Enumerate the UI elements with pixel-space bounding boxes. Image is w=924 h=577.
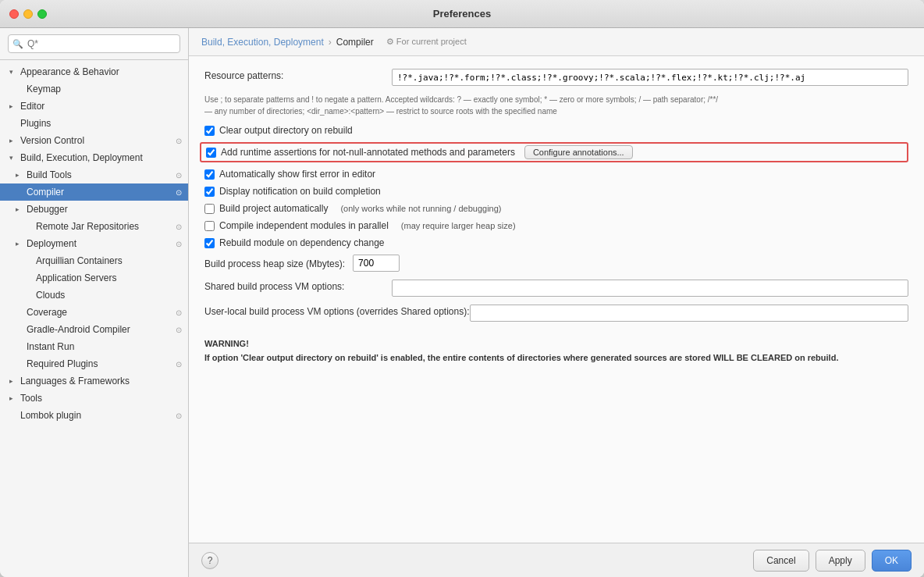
clear-output-checkbox[interactable]	[204, 126, 215, 136]
warning-body: If option 'Clear output directory on reb…	[204, 353, 838, 362]
help-button[interactable]: ?	[201, 552, 219, 569]
sidebar-item-editor[interactable]: Editor	[0, 98, 188, 115]
sidebar-item-required-plugins[interactable]: Required Plugins ⊙	[0, 355, 188, 372]
heap-size-row: Build process heap size (Mbytes):	[204, 255, 908, 272]
display-notification-label: Display notification on build completion	[219, 186, 381, 197]
rebuild-dependency-checkbox[interactable]	[204, 238, 215, 248]
sidebar-item-label: Application Servers	[36, 272, 182, 283]
rebuild-dependency-row: Rebuild module on dependency change	[204, 237, 908, 248]
settings-panel: Resource patterns: Use ; to separate pat…	[189, 56, 924, 543]
content-area: Build, Execution, Deployment › Compiler …	[189, 28, 924, 577]
clear-output-row: Clear output directory on rebuild	[204, 125, 908, 136]
sidebar-item-label: Debugger	[27, 204, 182, 215]
arrow-icon	[9, 154, 20, 162]
sidebar-item-build-tools[interactable]: Build Tools ⊙	[0, 166, 188, 183]
sidebar-item-languages[interactable]: Languages & Frameworks	[0, 372, 188, 390]
traffic-lights	[9, 9, 47, 19]
cancel-button[interactable]: Cancel	[753, 550, 808, 572]
sidebar-item-build-exec[interactable]: Build, Execution, Deployment	[0, 149, 188, 166]
sidebar-item-label: Lombok plugin	[20, 410, 172, 421]
user-local-vm-input[interactable]	[470, 305, 909, 322]
apply-button[interactable]: Apply	[816, 550, 865, 572]
shared-vm-row: Shared build process VM options:	[204, 280, 908, 297]
window-title: Preferences	[433, 8, 491, 20]
arrow-icon	[9, 102, 20, 110]
sidebar-item-label: Compiler	[27, 187, 172, 198]
preferences-window: Preferences 🔍 Appearance & Behavior	[0, 0, 924, 577]
runtime-assertions-checkbox[interactable]	[206, 148, 216, 158]
maximize-button[interactable]	[37, 9, 47, 19]
display-notification-row: Display notification on build completion	[204, 186, 908, 197]
sidebar-tree: Appearance & Behavior Keymap Editor Plug…	[0, 60, 188, 577]
build-auto-label: Build project automatically	[219, 203, 328, 214]
user-local-vm-label: User-local build process VM options (ove…	[204, 305, 470, 317]
auto-show-error-row: Automatically show first error in editor	[204, 169, 908, 180]
minimize-button[interactable]	[23, 9, 33, 19]
sidebar: 🔍 Appearance & Behavior Keymap	[0, 28, 189, 577]
resource-patterns-input[interactable]	[392, 69, 908, 86]
copy-icon: ⊙	[176, 360, 182, 369]
heap-size-input[interactable]	[353, 255, 400, 272]
sidebar-item-arquillian[interactable]: Arquillian Containers	[0, 252, 188, 269]
sidebar-item-label: Build Tools	[27, 169, 172, 180]
sidebar-item-gradle-android[interactable]: Gradle-Android Compiler ⊙	[0, 321, 188, 338]
shared-vm-label: Shared build process VM options:	[204, 280, 392, 292]
sidebar-item-label: Coverage	[27, 307, 172, 318]
sidebar-item-lombok[interactable]: Lombok plugin ⊙	[0, 407, 188, 424]
sidebar-item-compiler[interactable]: Compiler ⊙	[0, 183, 188, 201]
heap-size-label: Build process heap size (Mbytes):	[204, 257, 345, 269]
display-notification-checkbox[interactable]	[204, 187, 215, 197]
sidebar-item-tools[interactable]: Tools	[0, 390, 188, 407]
copy-icon: ⊙	[176, 326, 182, 334]
breadcrumb-separator: ›	[329, 37, 332, 48]
breadcrumb-parent[interactable]: Build, Execution, Deployment	[201, 37, 324, 48]
project-note: ⚙ For current project	[386, 37, 467, 47]
sidebar-item-appearance[interactable]: Appearance & Behavior	[0, 63, 188, 80]
copy-icon: ⊙	[176, 171, 182, 180]
build-auto-checkbox[interactable]	[204, 204, 215, 214]
arrow-icon	[9, 137, 20, 144]
sidebar-item-clouds[interactable]: Clouds	[0, 287, 188, 304]
compile-parallel-checkbox[interactable]	[204, 221, 215, 231]
sidebar-item-label: Clouds	[36, 290, 182, 301]
sidebar-item-label: Tools	[20, 393, 182, 404]
sidebar-item-label: Plugins	[20, 118, 182, 129]
sidebar-item-remote-jar[interactable]: Remote Jar Repositories ⊙	[0, 218, 188, 235]
copy-icon: ⊙	[176, 411, 182, 420]
auto-show-error-checkbox[interactable]	[204, 169, 215, 180]
sidebar-item-plugins[interactable]: Plugins	[0, 115, 188, 132]
shared-vm-input[interactable]	[392, 280, 908, 297]
resource-patterns-row: Resource patterns:	[204, 69, 908, 86]
sidebar-item-version-control[interactable]: Version Control ⊙	[0, 132, 188, 149]
sidebar-item-app-servers[interactable]: Application Servers	[0, 269, 188, 287]
sidebar-item-label: Gradle-Android Compiler	[27, 324, 172, 335]
configure-annotations-button[interactable]: Configure annotations...	[524, 145, 633, 159]
compile-parallel-label: Compile independent modules in parallel	[219, 220, 389, 231]
build-auto-row: Build project automatically (only works …	[204, 203, 908, 214]
resource-patterns-label: Resource patterns:	[204, 69, 392, 81]
sidebar-item-debugger[interactable]: Debugger	[0, 201, 188, 218]
clear-output-label: Clear output directory on rebuild	[219, 125, 353, 136]
copy-icon: ⊙	[176, 223, 182, 231]
close-button[interactable]	[9, 9, 19, 19]
sidebar-item-keymap[interactable]: Keymap	[0, 80, 188, 98]
sidebar-item-label: Version Control	[20, 135, 172, 146]
resource-patterns-hint: Use ; to separate patterns and ! to nega…	[204, 94, 908, 117]
main-content: 🔍 Appearance & Behavior Keymap	[0, 28, 924, 577]
search-input[interactable]	[8, 34, 180, 53]
arrow-icon	[16, 240, 27, 248]
sidebar-item-label: Appearance & Behavior	[20, 66, 182, 77]
sidebar-item-label: Languages & Frameworks	[20, 376, 182, 386]
sidebar-item-label: Editor	[20, 101, 182, 112]
sidebar-item-label: Deployment	[27, 238, 172, 249]
auto-show-error-label: Automatically show first error in editor	[219, 169, 375, 180]
breadcrumb: Build, Execution, Deployment › Compiler …	[189, 28, 924, 56]
sidebar-item-deployment[interactable]: Deployment ⊙	[0, 235, 188, 252]
build-auto-note: (only works while not running / debuggin…	[340, 204, 501, 213]
sidebar-item-label: Keymap	[27, 84, 182, 94]
sidebar-item-instant-run[interactable]: Instant Run	[0, 338, 188, 355]
warning-title: WARNING!	[204, 339, 249, 348]
ok-button[interactable]: OK	[872, 550, 912, 572]
sidebar-item-label: Required Plugins	[27, 358, 172, 369]
sidebar-item-coverage[interactable]: Coverage ⊙	[0, 304, 188, 321]
